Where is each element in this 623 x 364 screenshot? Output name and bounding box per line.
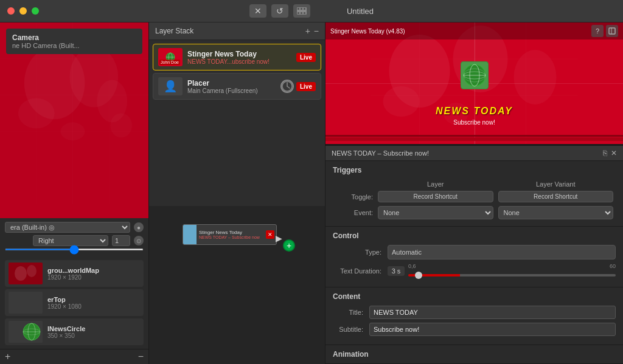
node-name: Stinger News Today bbox=[199, 230, 263, 235]
preview-subtitle-text: Subscribe now! bbox=[325, 119, 623, 126]
main-content: Camera ne HD Camera (Built... era (Built… bbox=[0, 22, 623, 364]
maximize-button[interactable] bbox=[32, 7, 39, 15]
thumb-info-newscircle: lNewsCircle 350 × 350 bbox=[47, 325, 140, 339]
cursor-indicator: ▶ bbox=[276, 233, 282, 243]
layer-name-stinger: Stinger News Today bbox=[187, 50, 291, 58]
triggers-title: Triggers bbox=[333, 166, 616, 174]
thumb-size-newscircle: 350 × 350 bbox=[47, 332, 140, 339]
camera-settings-btn[interactable]: ● bbox=[134, 222, 144, 232]
thumb-size-worldmap: 1920 × 1920 bbox=[47, 274, 140, 281]
stinger-node[interactable]: Stinger News Today NEWS TODAY – Subscrib… bbox=[183, 224, 277, 245]
live-badge-placer: Live bbox=[296, 82, 316, 91]
event-layer-cell: None bbox=[375, 204, 496, 221]
trigger-toggle-row: Toggle: Record Shortcut Record Shortcut bbox=[333, 189, 616, 204]
close-icon-btn[interactable]: ✕ bbox=[249, 4, 266, 18]
title-bar: ✕ ↺ Untitled bbox=[0, 0, 623, 22]
svg-rect-47 bbox=[609, 28, 615, 34]
col-layer-header: Layer bbox=[375, 179, 496, 189]
layer-info-stinger: Stinger News Today NEWS TODAY...ubscribe… bbox=[187, 50, 291, 65]
layer-item-stinger[interactable]: John Doe Stinger News Today NEWS TODAY..… bbox=[153, 44, 321, 70]
event-label: Event: bbox=[333, 204, 375, 221]
close-button[interactable] bbox=[7, 7, 15, 15]
toggle-layer-shortcut-btn[interactable]: Record Shortcut bbox=[378, 191, 493, 202]
remove-item-btn[interactable]: − bbox=[138, 352, 144, 362]
svg-rect-3 bbox=[304, 8, 305, 10]
layer-stack-add-btn[interactable]: + bbox=[305, 26, 310, 36]
title-input[interactable] bbox=[369, 306, 616, 319]
layer-name-placer: Placer bbox=[187, 79, 276, 88]
thumb-size-ertop: 1920 × 1080 bbox=[47, 303, 140, 310]
node-area: Stinger News Today NEWS TODAY – Subscrib… bbox=[149, 206, 325, 365]
svg-point-33 bbox=[514, 50, 557, 105]
refresh-icon-btn[interactable]: ↺ bbox=[271, 4, 288, 18]
layer-item-placer[interactable]: 👤 Placer Main Camera (Fullscreen) Live bbox=[153, 73, 321, 100]
thumbnail-list: grou...worldMap 1920 × 1920 erTop 1920 ×… bbox=[0, 256, 148, 349]
thumbnail-item-newscircle[interactable]: lNewsCircle 350 × 350 bbox=[5, 318, 144, 345]
add-node-btn[interactable]: + bbox=[283, 239, 295, 252]
info-copy-icon[interactable]: ⎘ bbox=[603, 149, 607, 157]
minimize-button[interactable] bbox=[19, 7, 27, 15]
camera-sublabel: ne HD Camera (Built... bbox=[12, 42, 136, 49]
subtitle-input[interactable] bbox=[369, 323, 616, 336]
duration-slider[interactable] bbox=[408, 274, 616, 276]
svg-rect-1 bbox=[298, 8, 299, 10]
type-label: Type: bbox=[333, 249, 388, 256]
camera-select[interactable]: era (Built-in) ◎ bbox=[5, 222, 130, 233]
duration-slider-area: 3 s 0,6 60 bbox=[388, 263, 616, 278]
live-badge-stinger: Live bbox=[296, 53, 316, 62]
control-section: Control Type: Automatic Text Duration: 3… bbox=[325, 227, 623, 287]
layer-thumb-placer: 👤 bbox=[158, 77, 183, 95]
animation-title: Animation bbox=[333, 350, 616, 359]
left-preview: Camera ne HD Camera (Built... bbox=[0, 22, 148, 218]
type-row: Type: Automatic bbox=[333, 245, 616, 259]
type-select[interactable]: Automatic bbox=[388, 245, 616, 259]
event-layer-select[interactable]: None bbox=[378, 206, 493, 219]
john-doe-tag: John Doe bbox=[159, 60, 180, 65]
left-panel-bottom-controls: + − bbox=[0, 349, 148, 364]
info-bar-title: NEWS TODAY – Subscribe now! bbox=[332, 149, 429, 157]
preview-help-btn[interactable]: ? bbox=[591, 25, 604, 37]
window-title: Untitled bbox=[347, 7, 374, 16]
film-icon-btn[interactable] bbox=[293, 4, 310, 18]
thumb-preview-ertop bbox=[9, 292, 43, 314]
info-close-icon[interactable]: ✕ bbox=[611, 149, 617, 157]
node-close-btn[interactable]: ✕ bbox=[266, 230, 274, 239]
close-icon: ✕ bbox=[254, 6, 262, 16]
event-variant-cell: None bbox=[496, 204, 616, 221]
duration-row: Text Duration: 3 s 0,6 60 bbox=[333, 263, 616, 278]
svg-rect-4 bbox=[298, 12, 299, 14]
thumb-preview-newscircle bbox=[9, 321, 43, 343]
settings-slider[interactable] bbox=[5, 249, 144, 250]
layer-thumb-stinger: John Doe bbox=[158, 48, 183, 66]
thumbnail-item-worldmap[interactable]: grou...worldMap 1920 × 1920 bbox=[5, 260, 144, 287]
svg-line-30 bbox=[287, 86, 290, 88]
add-item-btn[interactable]: + bbox=[5, 352, 10, 362]
trigger-event-row: Event: None None bbox=[333, 204, 616, 221]
film-icon bbox=[297, 7, 307, 15]
preview-expand-btn[interactable] bbox=[606, 25, 618, 37]
event-variant-select[interactable]: None bbox=[498, 206, 614, 219]
right-panel: NEWS TODAY Subscribe now! Stinger News T… bbox=[325, 22, 623, 364]
svg-point-20 bbox=[27, 265, 37, 277]
node-subtitle: NEWS TODAY – Subscribe now bbox=[199, 235, 263, 239]
slider-max-label: 60 bbox=[610, 263, 616, 269]
slider-min-label: 0,6 bbox=[408, 263, 416, 269]
animation-section: Animation bbox=[325, 345, 623, 364]
triggers-section: Triggers Layer Layer Variant Toggle: Rec… bbox=[325, 161, 623, 227]
camera-label: Camera bbox=[12, 33, 136, 42]
person-icon: 👤 bbox=[164, 80, 177, 93]
content-title: Content bbox=[333, 292, 616, 301]
thumb-name-worldmap: grou...worldMap bbox=[47, 267, 140, 274]
thumb-preview-worldmap bbox=[9, 263, 43, 284]
layer-stack-remove-btn[interactable]: − bbox=[314, 26, 319, 36]
toggle-layer-cell: Record Shortcut bbox=[375, 189, 496, 204]
thumbnail-item-ertop[interactable]: erTop 1920 × 1080 bbox=[5, 289, 144, 316]
content-section: Content Title: Subtitle: bbox=[325, 287, 623, 345]
preview-bar-2 bbox=[325, 135, 623, 137]
triggers-table: Layer Layer Variant Toggle: Record Short… bbox=[333, 179, 616, 221]
refresh-icon: ↺ bbox=[276, 6, 284, 16]
toggle-variant-shortcut-btn[interactable]: Record Shortcut bbox=[498, 191, 614, 202]
title-label: Title: bbox=[333, 309, 369, 316]
camera-label-area: Camera ne HD Camera (Built... bbox=[6, 29, 142, 54]
preview-globe bbox=[458, 58, 491, 94]
